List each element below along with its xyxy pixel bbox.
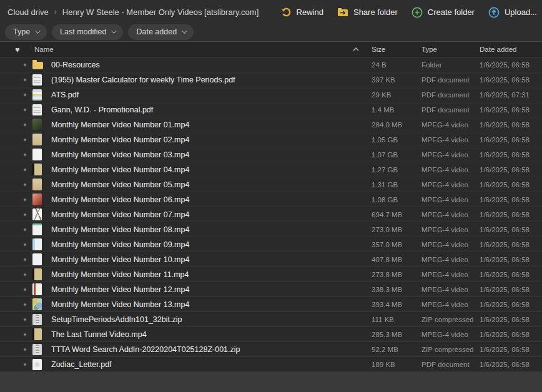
table-row[interactable]: Monthly Member Video Number 12.mp4 338.3… [0, 282, 542, 297]
upload-button[interactable]: Upload... [488, 7, 537, 18]
file-name[interactable]: Zodiac_Letter.pdf [51, 360, 372, 369]
table-row[interactable]: Zodiac_Letter.pdf 189 KB PDF document 1/… [0, 357, 542, 372]
row-status-dot-icon [24, 109, 26, 111]
table-row[interactable]: ATS.pdf 29 KB PDF document 1/6/2025, 07:… [0, 87, 542, 102]
row-status [0, 213, 32, 216]
table-row[interactable]: Gann, W.D. - Promotional.pdf 1.4 MB PDF … [0, 102, 542, 117]
column-header-date-added[interactable]: Date added [480, 46, 542, 53]
file-size: 29 KB [372, 91, 421, 99]
file-name[interactable]: Monthly Member Video Number 06.mp4 [51, 195, 372, 204]
table-header: ♥ Name Size Type Date added [0, 42, 542, 57]
file-name[interactable]: Monthly Member Video Number 05.mp4 [51, 180, 372, 189]
sort-ascending-icon[interactable] [353, 47, 372, 51]
file-type: MPEG-4 video [421, 256, 480, 263]
file-size: 1.05 GB [372, 136, 421, 144]
row-status-dot-icon [24, 318, 26, 321]
table-row[interactable]: Monthly Member Video Number 04.mp4 1.27 … [0, 162, 542, 177]
file-date-added: 1/6/2025, 06:58 [480, 316, 542, 323]
file-type: MPEG-4 video [421, 226, 480, 233]
table-row[interactable]: Monthly Member Video Number 13.mp4 393.4… [0, 297, 542, 312]
breadcrumb-root[interactable]: Cloud drive [7, 7, 49, 17]
file-date-added: 1/6/2025, 06:58 [480, 136, 542, 144]
table-row[interactable]: Monthly Member Video Number 07.mp4 694.7… [0, 207, 542, 222]
table-row[interactable]: (1955) Master Calculator for weekly Time… [0, 72, 542, 87]
file-name[interactable]: TTTA Word Search AddIn-20220204T025128Z-… [51, 345, 372, 354]
file-name[interactable]: Monthly Member Video Number 13.mp4 [51, 300, 372, 309]
share-folder-button[interactable]: Share folder [337, 7, 398, 17]
row-status [0, 139, 32, 141]
file-name[interactable]: 00-Resources [51, 61, 372, 69]
file-size: 1.07 GB [372, 151, 421, 159]
share-folder-icon [337, 7, 348, 17]
chevron-down-icon [182, 28, 187, 33]
table-row[interactable]: Monthly Member Video Number 06.mp4 1.08 … [0, 192, 542, 207]
row-status [0, 318, 32, 321]
file-name[interactable]: The Last Tunnel Video.mp4 [51, 330, 372, 339]
row-status-dot-icon [24, 198, 26, 201]
file-name[interactable]: ATS.pdf [51, 91, 372, 99]
file-name[interactable]: Monthly Member Video Number 03.mp4 [51, 150, 372, 159]
row-status [0, 184, 32, 186]
row-status [0, 288, 32, 291]
file-type: MPEG-4 video [421, 211, 480, 218]
file-name[interactable]: Monthly Member Video Number 04.mp4 [51, 165, 372, 174]
table-row[interactable]: Monthly Member Video Number 09.mp4 357.0… [0, 237, 542, 252]
file-size: 111 KB [372, 316, 421, 323]
rewind-button[interactable]: Rewind [281, 7, 323, 17]
table-row[interactable]: Monthly Member Video Number 02.mp4 1.05 … [0, 132, 542, 147]
thumb-paper-dark-icon [32, 328, 42, 340]
file-name[interactable]: Monthly Member Video Number 12.mp4 [51, 285, 372, 294]
file-date-added: 1/6/2025, 06:58 [480, 286, 542, 293]
table-row[interactable]: Monthly Member Video Number 05.mp4 1.31 … [0, 177, 542, 192]
file-name[interactable]: Gann, W.D. - Promotional.pdf [51, 105, 372, 114]
column-header-type[interactable]: Type [421, 46, 480, 53]
thumb-doc-blue-icon [32, 238, 42, 250]
file-size: 1.4 MB [372, 106, 421, 114]
table-row[interactable]: Monthly Member Video Number 10.mp4 407.8… [0, 252, 542, 267]
table-row[interactable]: TTTA Word Search AddIn-20220204T025128Z-… [0, 342, 542, 357]
file-size: 273.8 MB [372, 271, 421, 278]
table-row[interactable]: Monthly Member Video Number 01.mp4 284.0… [0, 117, 542, 132]
file-name[interactable]: SetupTimePeriodsAddIn101_32bit.zip [51, 315, 372, 324]
rewind-icon [281, 7, 292, 17]
table-row[interactable]: 00-Resources 24 B Folder 1/6/2025, 06:58 [0, 57, 542, 72]
file-date-added: 1/6/2025, 06:58 [480, 76, 542, 84]
file-date-added: 1/6/2025, 06:58 [480, 181, 542, 189]
file-name[interactable]: Monthly Member Video Number 08.mp4 [51, 225, 372, 234]
favorite-heart-icon[interactable]: ♥ [15, 45, 20, 54]
toolbar-actions: Rewind Share folder [281, 7, 538, 18]
file-type: MPEG-4 video [421, 241, 480, 248]
file-type: PDF document [421, 106, 480, 114]
filter-date-added[interactable]: Date added [128, 24, 194, 40]
table-row[interactable]: SetupTimePeriodsAddIn101_32bit.zip 111 K… [0, 312, 542, 327]
create-folder-button[interactable]: Create folder [411, 7, 475, 18]
file-name[interactable]: Monthly Member Video Number 11.mp4 [51, 270, 372, 279]
column-header-name[interactable]: Name [34, 46, 353, 53]
row-status-dot-icon [24, 363, 26, 366]
column-header-size[interactable]: Size [372, 46, 421, 53]
file-size: 1.27 GB [372, 166, 421, 174]
file-name[interactable]: Monthly Member Video Number 07.mp4 [51, 210, 372, 219]
file-name[interactable]: Monthly Member Video Number 10.mp4 [51, 255, 372, 264]
filter-last-modified[interactable]: Last modified [52, 24, 123, 40]
table-row[interactable]: Monthly Member Video Number 08.mp4 273.0… [0, 222, 542, 237]
file-type: MPEG-4 video [421, 121, 480, 129]
row-status [0, 258, 32, 261]
row-status-dot-icon [24, 139, 26, 141]
file-type: MPEG-4 video [421, 136, 480, 144]
row-status [0, 228, 32, 231]
file-name[interactable]: Monthly Member Video Number 01.mp4 [51, 120, 372, 129]
file-name[interactable]: Monthly Member Video Number 02.mp4 [51, 135, 372, 144]
pdf-doc-icon [32, 104, 42, 115]
row-status [0, 169, 32, 171]
table-row[interactable]: Monthly Member Video Number 11.mp4 273.8… [0, 267, 542, 282]
table-row[interactable]: The Last Tunnel Video.mp4 285.3 MB MPEG-… [0, 327, 542, 342]
file-size: 338.3 MB [372, 286, 421, 293]
breadcrumb-current[interactable]: Henry W Steele - Member Only Videos [ats… [62, 7, 259, 17]
table-row[interactable]: Monthly Member Video Number 03.mp4 1.07 … [0, 147, 542, 162]
file-name[interactable]: Monthly Member Video Number 09.mp4 [51, 240, 372, 249]
filter-type[interactable]: Type [5, 24, 47, 40]
breadcrumb: Cloud drive › Henry W Steele - Member On… [7, 7, 259, 17]
thumb-paper-icon [32, 179, 42, 190]
file-name[interactable]: (1955) Master Calculator for weekly Time… [51, 76, 372, 84]
